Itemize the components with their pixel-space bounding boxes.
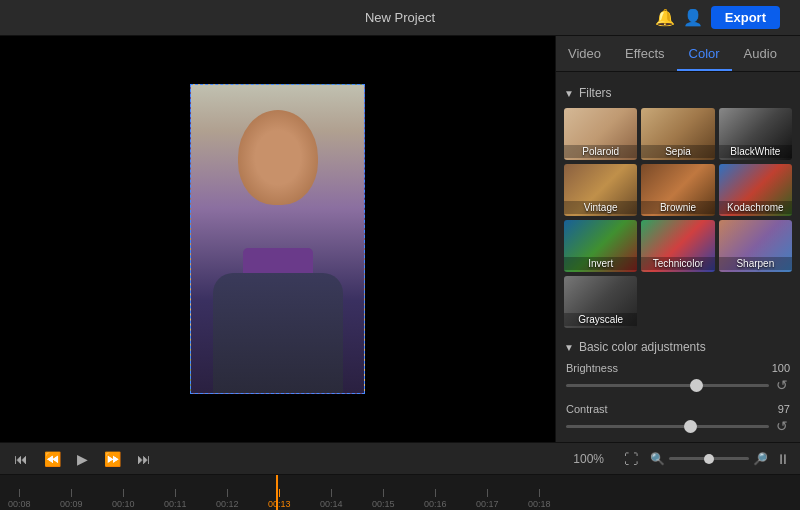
filter-grayscale[interactable]: Grayscale (564, 276, 637, 328)
user-icon[interactable]: 👤 (683, 8, 703, 27)
filter-brownie[interactable]: Brownie (641, 164, 714, 216)
brightness-label: Brightness (566, 362, 618, 374)
brightness-slider[interactable] (566, 384, 769, 387)
tab-color[interactable]: Color (677, 36, 732, 71)
ruler-mark-9: 00:17 (476, 489, 499, 509)
pause-icon: ⏸ (776, 451, 790, 467)
preview-frame (191, 85, 364, 393)
tab-audio[interactable]: Audio (732, 36, 789, 71)
video-area (0, 36, 555, 442)
ruler-mark-2: 00:10 (112, 489, 135, 509)
filters-section-header[interactable]: ▼ Filters (564, 86, 792, 100)
ruler-mark-1: 00:09 (60, 489, 83, 509)
filter-polaroid[interactable]: Polaroid (564, 108, 637, 160)
filter-vintage[interactable]: Vintage (564, 164, 637, 216)
contrast-value: 97 (778, 403, 790, 415)
zoom-level-display: 100% (573, 452, 604, 466)
zoom-in-icon: 🔎 (753, 452, 768, 466)
contrast-slider[interactable] (566, 425, 769, 428)
tab-effects[interactable]: Effects (613, 36, 677, 71)
header: New Project 🔔 👤 Export (0, 0, 800, 36)
adjustments-section: Brightness 100 ↺ Contrast 97 (564, 362, 792, 442)
timeline-controls: ⏮ ⏪ ▶ ⏩ ⏭ 100% ⛶ 🔍 🔎 ⏸ (0, 443, 800, 475)
adjustments-chevron-icon: ▼ (564, 342, 574, 353)
zoom-controls: 🔍 🔎 (650, 452, 768, 466)
filter-grid: Polaroid Sepia BlackWhite Vintage (564, 108, 792, 328)
rewind-button[interactable]: ⏪ (40, 449, 65, 469)
ruler-mark-7: 00:15 (372, 489, 395, 509)
fullscreen-button[interactable]: ⛶ (620, 449, 642, 469)
header-actions: 🔔 👤 Export (655, 6, 780, 29)
ruler-mark-0: 00:08 (8, 489, 31, 509)
timeline-area: ⏮ ⏪ ▶ ⏩ ⏭ 100% ⛶ 🔍 🔎 ⏸ 00:08 00:09 (0, 442, 800, 510)
zoom-slider[interactable] (669, 457, 749, 460)
panel-content: ▼ Filters Polaroid Sepia BlackWh (556, 72, 800, 442)
filter-kodachrome[interactable]: Kodachrome (719, 164, 792, 216)
right-panel: Video Effects Color Audio ▼ Filters Pola… (555, 36, 800, 442)
ruler-mark-3: 00:11 (164, 489, 187, 509)
filter-invert[interactable]: Invert (564, 220, 637, 272)
video-canvas (0, 36, 555, 442)
contrast-reset[interactable]: ↺ (774, 418, 790, 434)
timeline-ruler-area: 00:08 00:09 00:10 00:11 00:12 (0, 475, 800, 510)
main-area: Video Effects Color Audio ▼ Filters Pola… (0, 36, 800, 442)
playhead[interactable] (276, 475, 278, 510)
notification-icon[interactable]: 🔔 (655, 8, 675, 27)
ruler-mark-6: 00:14 (320, 489, 343, 509)
filters-label: Filters (579, 86, 612, 100)
ruler-mark-5: 00:13 (268, 489, 291, 509)
filter-blackwhite[interactable]: BlackWhite (719, 108, 792, 160)
skip-to-end-button[interactable]: ⏭ (133, 449, 155, 469)
contrast-row: Contrast 97 ↺ (566, 403, 790, 434)
contrast-label: Contrast (566, 403, 608, 415)
zoom-out-icon: 🔍 (650, 452, 665, 466)
project-title: New Project (365, 10, 435, 25)
panel-tabs: Video Effects Color Audio (556, 36, 800, 72)
tab-video[interactable]: Video (556, 36, 613, 71)
filter-sepia[interactable]: Sepia (641, 108, 714, 160)
filter-sharpen[interactable]: Sharpen (719, 220, 792, 272)
brightness-reset[interactable]: ↺ (774, 377, 790, 393)
timeline-ruler: 00:08 00:09 00:10 00:11 00:12 (0, 475, 800, 510)
adjustments-label: Basic color adjustments (579, 340, 706, 354)
filter-technicolor[interactable]: Technicolor (641, 220, 714, 272)
video-preview (190, 84, 365, 394)
ruler-mark-4: 00:12 (216, 489, 239, 509)
play-button[interactable]: ▶ (73, 449, 92, 469)
filters-chevron-icon: ▼ (564, 88, 574, 99)
ruler-mark-8: 00:16 (424, 489, 447, 509)
fast-forward-button[interactable]: ⏩ (100, 449, 125, 469)
brightness-row: Brightness 100 ↺ (566, 362, 790, 393)
export-button[interactable]: Export (711, 6, 780, 29)
color-adjustments-header[interactable]: ▼ Basic color adjustments (564, 340, 792, 354)
ruler-mark-10: 00:18 (528, 489, 551, 509)
skip-to-start-button[interactable]: ⏮ (10, 449, 32, 469)
brightness-value: 100 (772, 362, 790, 374)
